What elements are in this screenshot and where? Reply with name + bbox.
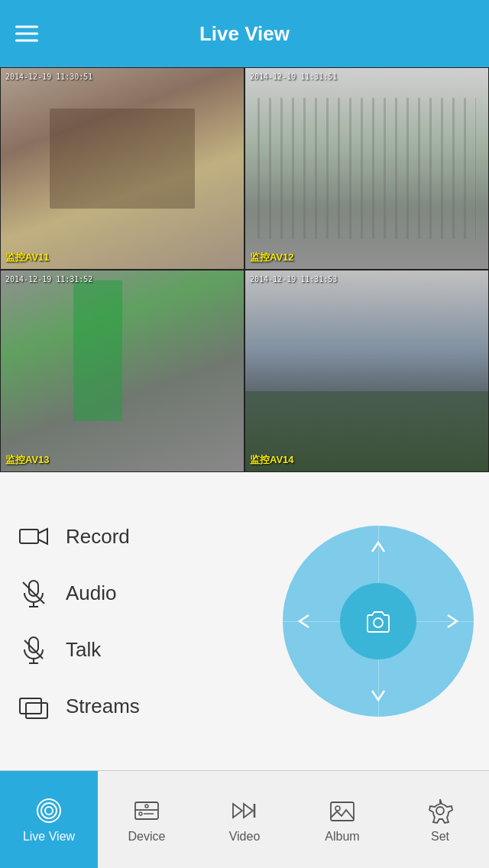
nav-set-label: Set — [431, 830, 449, 844]
talk-button[interactable]: Talk — [8, 625, 147, 674]
record-label: Record — [66, 525, 130, 549]
streams-icon — [15, 688, 52, 724]
audio-label: Audio — [66, 581, 117, 605]
album-icon — [328, 796, 357, 825]
dpad-container — [283, 526, 474, 717]
nav-video-label: Video — [229, 830, 261, 844]
camera-label-av11: 监控AV11 — [5, 251, 50, 264]
svg-point-16 — [139, 812, 142, 815]
dpad-capture-button[interactable] — [340, 583, 416, 659]
audio-icon — [15, 575, 52, 611]
talk-label: Talk — [66, 638, 101, 662]
svg-rect-22 — [331, 802, 354, 821]
header: Live View — [0, 0, 489, 67]
svg-rect-9 — [20, 698, 41, 714]
camera-label-av12: 监控AV12 — [250, 251, 294, 264]
svg-marker-20 — [244, 804, 253, 818]
camera-timestamp-av13: 2014-12-19 11:31:52 — [5, 275, 92, 283]
nav-set[interactable]: Set — [391, 771, 489, 868]
svg-point-11 — [374, 618, 383, 627]
streams-button[interactable]: Streams — [8, 682, 147, 730]
bottom-nav: Live View Device Video Album — [0, 770, 489, 868]
svg-point-24 — [436, 807, 444, 815]
camera-label-av14: 监控AV14 — [250, 453, 294, 467]
talk-icon — [15, 631, 52, 668]
svg-rect-10 — [26, 703, 47, 718]
nav-live-view-label: Live View — [23, 830, 75, 844]
dpad-down-button[interactable] — [368, 685, 389, 706]
device-icon — [132, 796, 161, 825]
page-title: Live View — [199, 22, 290, 46]
controls-list: Record Audio — [8, 512, 147, 730]
svg-point-12 — [41, 803, 57, 818]
svg-rect-0 — [20, 530, 38, 543]
svg-line-4 — [23, 582, 44, 604]
svg-point-13 — [45, 807, 53, 815]
video-icon — [230, 796, 259, 825]
svg-marker-19 — [233, 804, 242, 818]
dpad-up-button[interactable] — [368, 536, 389, 558]
record-button[interactable]: Record — [8, 512, 147, 561]
dpad-outer — [283, 526, 474, 717]
record-icon — [15, 518, 52, 555]
audio-button[interactable]: Audio — [8, 568, 147, 617]
live-view-icon — [34, 796, 63, 825]
svg-point-17 — [145, 805, 148, 808]
nav-live-view[interactable]: Live View — [0, 771, 98, 868]
nav-device[interactable]: Device — [98, 771, 196, 868]
camera-cell-av12[interactable]: 2014-12-19 11:31:51 监控AV12 — [244, 67, 489, 270]
set-icon — [426, 796, 455, 825]
camera-timestamp-av12: 2014-12-19 11:31:51 — [250, 73, 337, 81]
streams-label: Streams — [66, 695, 140, 718]
nav-album-label: Album — [325, 830, 359, 844]
camera-cell-av11[interactable]: 2014-12-19 11:30:51 监控AV11 — [0, 67, 244, 270]
dpad-left-button[interactable] — [293, 611, 315, 632]
camera-cell-av13[interactable]: 2014-12-19 11:31:52 监控AV13 — [0, 270, 244, 472]
camera-grid: 2014-12-19 11:30:51 监控AV11 2014-12-19 11… — [0, 67, 489, 472]
camera-timestamp-av14: 2014-12-19 11:31:53 — [250, 275, 337, 283]
camera-cell-av14[interactable]: 2014-12-19 11:31:53 监控AV14 — [244, 270, 489, 472]
nav-device-label: Device — [128, 830, 166, 844]
camera-label-av13: 监控AV13 — [5, 453, 50, 467]
hamburger-icon[interactable] — [15, 26, 38, 42]
camera-timestamp-av11: 2014-12-19 11:30:51 — [5, 73, 92, 81]
nav-video[interactable]: Video — [196, 771, 293, 868]
controls-section: Record Audio — [0, 472, 489, 770]
nav-album[interactable]: Album — [293, 771, 391, 868]
dpad-right-button[interactable] — [442, 611, 463, 632]
svg-point-23 — [335, 806, 340, 811]
